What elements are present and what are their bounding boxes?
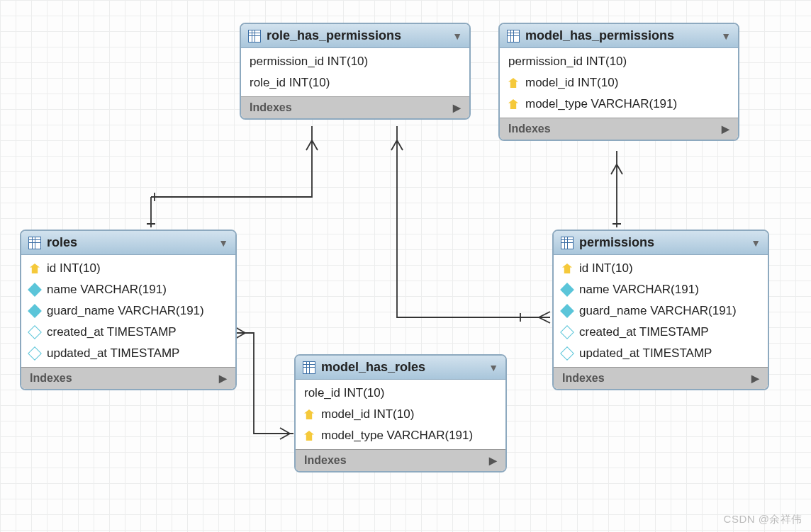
indexes-section[interactable]: Indexes▶ [500, 118, 738, 140]
indexes-section[interactable]: Indexes▶ [241, 96, 469, 118]
column-text: id INT(10) [579, 261, 633, 276]
key-icon [304, 409, 314, 419]
column-text: updated_at TIMESTAMP [579, 346, 712, 361]
chevron-right-icon[interactable]: ▶ [219, 373, 227, 384]
diamond-icon [560, 346, 574, 361]
column-text: name VARCHAR(191) [47, 283, 167, 297]
key-icon [508, 78, 518, 88]
table-column[interactable]: role_id INT(10) [296, 383, 505, 404]
column-text: updated_at TIMESTAMP [47, 346, 179, 361]
chevron-right-icon[interactable]: ▶ [722, 123, 729, 135]
diamond-icon [28, 346, 42, 361]
column-text: role_id INT(10) [304, 386, 384, 400]
indexes-label: Indexes [508, 123, 551, 135]
table-column[interactable]: updated_at TIMESTAMP [554, 343, 768, 364]
table-columns: permission_id INT(10)role_id INT(10) [241, 48, 469, 96]
column-text: model_type VARCHAR(191) [525, 97, 677, 111]
diamond-icon [560, 283, 574, 297]
table-columns: permission_id INT(10)model_id INT(10)mod… [500, 48, 738, 118]
column-text: created_at TIMESTAMP [47, 325, 177, 339]
table-header[interactable]: permissions▼ [554, 231, 768, 255]
table-header[interactable]: model_has_permissions▼ [500, 24, 738, 48]
table-model_has_permissions[interactable]: model_has_permissions▼permission_id INT(… [498, 23, 739, 141]
table-title: model_has_roles [321, 360, 488, 375]
column-text: role_id INT(10) [250, 76, 330, 90]
column-text: permission_id INT(10) [508, 55, 627, 69]
chevron-down-icon[interactable]: ▼ [218, 237, 228, 249]
table-header[interactable]: model_has_roles▼ [296, 356, 505, 380]
key-icon [30, 264, 40, 273]
table-title: role_has_permissions [267, 28, 452, 43]
table-column[interactable]: permission_id INT(10) [241, 51, 469, 72]
column-text: model_id INT(10) [321, 407, 414, 421]
diagram-canvas[interactable]: role_has_permissions▼permission_id INT(1… [0, 0, 811, 532]
indexes-section[interactable]: Indexes▶ [554, 367, 768, 389]
diamond-icon [28, 304, 42, 318]
indexes-label: Indexes [250, 101, 292, 114]
chevron-right-icon[interactable]: ▶ [751, 373, 759, 384]
chevron-down-icon[interactable]: ▼ [488, 362, 498, 373]
table-column[interactable]: model_type VARCHAR(191) [500, 94, 738, 115]
table-columns: id INT(10)name VARCHAR(191)guard_name VA… [21, 255, 235, 367]
table-permissions[interactable]: permissions▼id INT(10)name VARCHAR(191)g… [552, 230, 769, 390]
table-icon [507, 30, 520, 43]
table-column[interactable]: created_at TIMESTAMP [21, 322, 235, 343]
column-text: permission_id INT(10) [250, 55, 368, 69]
key-icon [508, 99, 518, 109]
table-icon [28, 237, 41, 249]
table-columns: role_id INT(10)model_id INT(10)model_typ… [296, 380, 505, 449]
chevron-down-icon[interactable]: ▼ [751, 237, 761, 249]
column-text: model_id INT(10) [525, 76, 618, 90]
column-text: created_at TIMESTAMP [579, 325, 709, 339]
table-icon [248, 30, 261, 43]
indexes-section[interactable]: Indexes▶ [21, 367, 235, 389]
table-title: model_has_permissions [525, 28, 721, 43]
table-role_has_permissions[interactable]: role_has_permissions▼permission_id INT(1… [240, 23, 471, 120]
table-icon [303, 361, 315, 374]
table-column[interactable]: id INT(10) [554, 258, 768, 279]
table-column[interactable]: guard_name VARCHAR(191) [554, 300, 768, 322]
indexes-label: Indexes [304, 454, 347, 467]
watermark-text: CSDN @余祥伟 [724, 513, 802, 526]
chevron-down-icon[interactable]: ▼ [452, 30, 462, 42]
column-text: name VARCHAR(191) [579, 283, 699, 297]
table-model_has_roles[interactable]: model_has_roles▼role_id INT(10)model_id … [294, 354, 507, 472]
table-column[interactable]: created_at TIMESTAMP [554, 322, 768, 343]
table-roles[interactable]: roles▼id INT(10)name VARCHAR(191)guard_n… [20, 230, 237, 390]
table-header[interactable]: role_has_permissions▼ [241, 24, 469, 48]
table-column[interactable]: name VARCHAR(191) [554, 279, 768, 300]
chevron-right-icon[interactable]: ▶ [453, 102, 461, 113]
diamond-icon [28, 325, 42, 339]
table-columns: id INT(10)name VARCHAR(191)guard_name VA… [554, 255, 768, 367]
table-column[interactable]: permission_id INT(10) [500, 51, 738, 72]
column-text: guard_name VARCHAR(191) [579, 304, 737, 318]
key-icon [304, 431, 314, 441]
table-column[interactable]: id INT(10) [21, 258, 235, 279]
column-text: guard_name VARCHAR(191) [47, 304, 204, 318]
column-text: model_type VARCHAR(191) [321, 429, 473, 443]
table-header[interactable]: roles▼ [21, 231, 235, 255]
table-column[interactable]: role_id INT(10) [241, 72, 469, 94]
column-text: id INT(10) [47, 261, 101, 276]
table-column[interactable]: name VARCHAR(191) [21, 279, 235, 300]
table-title: roles [47, 235, 218, 250]
table-column[interactable]: model_type VARCHAR(191) [296, 425, 505, 446]
indexes-label: Indexes [30, 372, 72, 385]
table-column[interactable]: model_id INT(10) [500, 72, 738, 94]
chevron-down-icon[interactable]: ▼ [721, 30, 731, 42]
table-column[interactable]: guard_name VARCHAR(191) [21, 300, 235, 322]
diamond-icon [28, 283, 42, 297]
diamond-icon [560, 304, 574, 318]
table-column[interactable]: updated_at TIMESTAMP [21, 343, 235, 364]
indexes-label: Indexes [562, 372, 605, 385]
key-icon [562, 264, 572, 273]
table-column[interactable]: model_id INT(10) [296, 404, 505, 425]
chevron-right-icon[interactable]: ▶ [489, 455, 497, 466]
table-title: permissions [579, 235, 751, 250]
diamond-icon [560, 325, 574, 339]
table-icon [561, 237, 574, 249]
indexes-section[interactable]: Indexes▶ [296, 449, 505, 471]
